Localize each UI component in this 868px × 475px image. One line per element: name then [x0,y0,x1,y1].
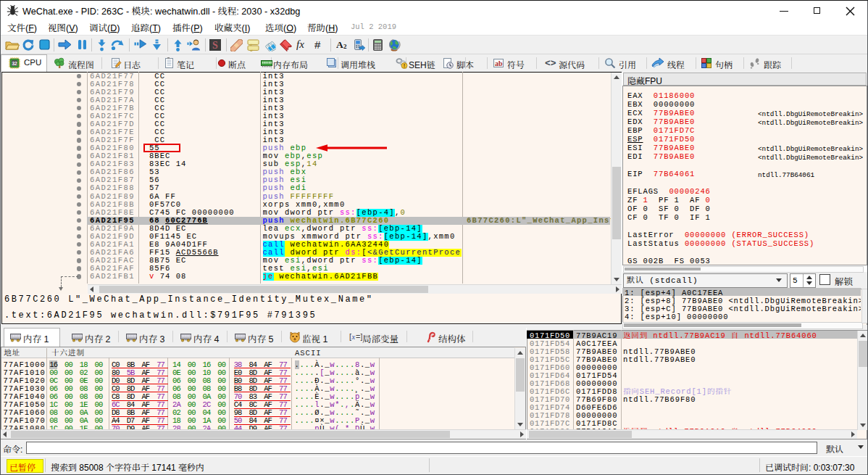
svg-text:fx: fx [296,39,304,50]
svg-text:ab: ab [495,59,503,67]
svg-text:#: # [314,39,321,50]
svg-text:32: 32 [12,61,17,66]
svg-text:x: x [351,333,356,341]
svg-text:!: ! [404,62,406,69]
svg-text:=]: =] [356,332,362,341]
svg-text:S: S [212,40,218,51]
svg-text:2: 2 [343,43,347,49]
svg-text:A: A [336,39,343,49]
svg-text:<>: <> [545,58,556,68]
